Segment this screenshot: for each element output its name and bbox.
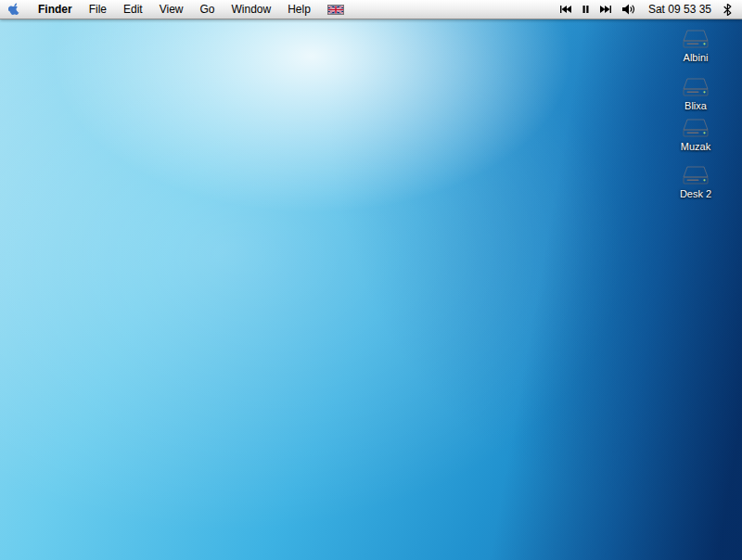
- desktop-icon-blixa[interactable]: Blixa: [664, 75, 727, 111]
- menu-item-help[interactable]: Help: [279, 0, 319, 19]
- volume-menu-extra[interactable]: [617, 0, 642, 19]
- menu-item-window[interactable]: Window: [224, 0, 280, 19]
- hard-drive-icon: [681, 75, 710, 99]
- hard-drive-icon: [681, 27, 710, 51]
- desktop-icon-label: Blixa: [684, 100, 707, 111]
- desktop: [0, 0, 742, 560]
- apple-logo-icon: [8, 3, 20, 17]
- menu-bar-right: Sat 09 53 35: [555, 0, 742, 19]
- desktop-icon-label: Desk 2: [680, 188, 711, 199]
- hard-drive-icon: [681, 163, 710, 187]
- uk-flag-icon: [327, 5, 344, 15]
- menu-item-file[interactable]: File: [81, 0, 115, 19]
- desktop-icon-label: Albini: [684, 52, 709, 63]
- menu-bar: Finder File Edit View Go Window Help: [0, 0, 742, 19]
- hard-drive-icon: [681, 116, 710, 140]
- screen: Finder File Edit View Go Window Help: [0, 0, 742, 560]
- pause-icon: [582, 6, 589, 13]
- menu-clock[interactable]: Sat 09 53 35: [642, 0, 718, 19]
- input-source-menu[interactable]: [319, 0, 352, 19]
- speaker-icon: [622, 4, 636, 15]
- bluetooth-menu-extra[interactable]: [718, 0, 737, 19]
- menu-item-go[interactable]: Go: [192, 0, 224, 19]
- rewind-icon: [560, 6, 571, 13]
- apple-menu[interactable]: [0, 0, 30, 19]
- desktop-icon-label: Muzak: [681, 141, 710, 152]
- media-rewind-button[interactable]: [555, 0, 577, 19]
- menu-item-edit[interactable]: Edit: [115, 0, 151, 19]
- desktop-icon-muzak[interactable]: Muzak: [664, 116, 727, 152]
- fast-forward-icon: [600, 6, 611, 13]
- media-pause-button[interactable]: [577, 0, 595, 19]
- bluetooth-icon: [723, 4, 732, 16]
- menu-item-view[interactable]: View: [151, 0, 192, 19]
- desktop-icon-albini[interactable]: Albini: [664, 27, 727, 63]
- media-fast-forward-button[interactable]: [595, 0, 617, 19]
- menu-item-finder[interactable]: Finder: [30, 0, 81, 19]
- menu-bar-left: Finder File Edit View Go Window Help: [0, 0, 352, 19]
- desktop-icon-desk-2[interactable]: Desk 2: [664, 163, 727, 199]
